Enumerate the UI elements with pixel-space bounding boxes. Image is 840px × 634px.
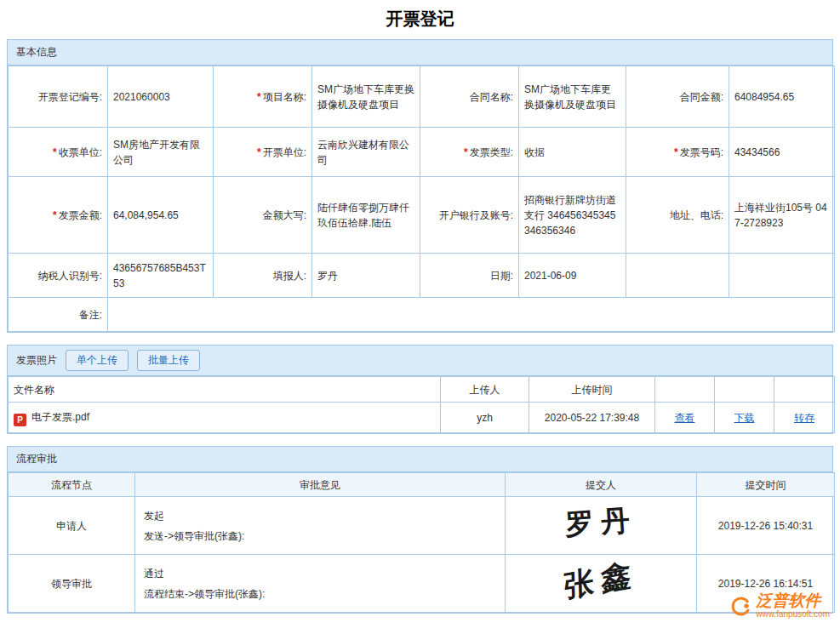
label-taxpayer-id: 纳税人识别号: — [9, 254, 108, 298]
basic-info-title: 基本信息 — [16, 45, 57, 60]
file-row: P电子发票.pdf yzh 2020-05-22 17:39:48 查看 下载 … — [9, 403, 835, 433]
label-empty — [626, 254, 729, 298]
approval-opinion: 发起 发送->领导审批(张鑫): — [135, 497, 506, 555]
label-invoice-amount: *发票金额: — [9, 177, 108, 254]
approval-node: 申请人 — [9, 497, 135, 555]
submitter-header: 提交人 — [506, 473, 697, 497]
required-asterisk: * — [257, 146, 261, 158]
value-address-phone: 上海祥业街105号 047-2728923 — [729, 177, 835, 254]
label-filler: 填报人: — [214, 254, 312, 298]
label-text: 合同名称: — [470, 91, 513, 103]
label-text: 纳税人识别号: — [38, 270, 102, 282]
label-contract-name: 合同名称: — [420, 66, 519, 128]
download-link[interactable]: 下载 — [734, 412, 755, 424]
opinion-header: 审批意见 — [135, 473, 506, 497]
basic-info-table: 开票登记编号: 2021060003 *项目名称: SM广场地下车库更换摄像机及… — [8, 66, 835, 332]
required-asterisk: * — [257, 91, 261, 103]
required-asterisk: * — [464, 146, 468, 158]
label-project-name: *项目名称: — [214, 66, 312, 128]
vendor-url: www.fanpusoft.com — [756, 609, 830, 619]
node-header: 流程节点 — [9, 473, 135, 497]
uploader-header: 上传人 — [441, 377, 529, 403]
action-header-3 — [774, 377, 835, 403]
pdf-file-icon: P — [14, 414, 26, 426]
label-payee-unit: *收票单位: — [9, 128, 108, 177]
label-text: 收票单位: — [59, 146, 102, 158]
submitter-signature: 罗丹 — [564, 512, 637, 533]
value-date: 2021-06-09 — [519, 254, 626, 298]
value-invoice-amount: 64,084,954.65 — [108, 177, 214, 254]
label-bank-account: 开户银行及账号: — [420, 177, 519, 254]
invoice-photos-header: 发票照片 单个上传 批量上传 — [8, 346, 832, 376]
label-text: 项目名称: — [263, 91, 306, 103]
submitter-signature: 张鑫 — [563, 566, 637, 594]
value-empty — [729, 254, 835, 298]
vendor-name: 泛普软件 — [756, 592, 830, 609]
file-table: 文件名称 上传人 上传时间 P电子发票.pdf yzh 2020-05-22 1… — [8, 376, 835, 433]
view-link[interactable]: 查看 — [675, 412, 695, 424]
invoice-photos-section: 发票照片 单个上传 批量上传 文件名称 上传人 上传时间 P电子发票.pdf y… — [7, 345, 833, 434]
label-text: 金额大写: — [263, 209, 306, 221]
value-payee-unit: SM房地产开发有限公司 — [108, 128, 214, 177]
label-text: 填报人: — [273, 270, 306, 282]
single-upload-button[interactable]: 单个上传 — [66, 350, 129, 371]
approval-row: 申请人 发起 发送->领导审批(张鑫): 罗丹 2019-12-26 15:40… — [9, 497, 835, 555]
batch-upload-button[interactable]: 批量上传 — [137, 350, 200, 371]
vendor-watermark: 泛普软件 www.fanpusoft.com — [729, 592, 830, 619]
label-text: 日期: — [490, 270, 513, 282]
value-contract-amount: 64084954.65 — [729, 66, 835, 128]
label-text: 发票金额: — [59, 209, 102, 221]
value-taxpayer-id: 43656757685B453T53 — [108, 254, 214, 298]
value-invoice-type: 收据 — [519, 128, 626, 177]
label-billing-unit: *开票单位: — [214, 128, 312, 177]
opinion-line-1: 通过 — [144, 563, 500, 584]
value-billing-unit: 云南欣兴建材有限公司 — [312, 128, 420, 177]
file-name-header: 文件名称 — [9, 377, 441, 403]
action-header-2 — [715, 377, 774, 403]
approval-node: 领导审批 — [9, 555, 135, 613]
action-header-1 — [655, 377, 715, 403]
label-text: 开票登记编号: — [38, 91, 102, 103]
file-uploader: yzh — [441, 403, 529, 433]
value-remark — [108, 298, 835, 332]
value-project-name: SM广场地下车库更换摄像机及硬盘项目 — [312, 66, 420, 128]
label-text: 地址、电话: — [670, 209, 723, 221]
label-text: 发票类型: — [470, 146, 513, 158]
basic-info-section: 基本信息 开票登记编号: 2021060003 *项目名称: SM广场地下车库更… — [7, 39, 833, 333]
label-text: 开票单位: — [263, 146, 306, 158]
label-invoice-no: *发票号码: — [626, 128, 729, 177]
value-invoice-reg-no: 2021060003 — [108, 66, 214, 128]
submit-time-header: 提交时间 — [697, 473, 835, 497]
label-amount-in-words: 金额大写: — [214, 177, 312, 254]
label-invoice-type: *发票类型: — [420, 128, 519, 177]
approval-title: 流程审批 — [16, 452, 57, 466]
file-upload-time: 2020-05-22 17:39:48 — [529, 403, 655, 433]
value-bank-account: 招商银行新牌坊街道支行 346456345345346356346 — [519, 177, 626, 254]
opinion-line-2: 发送->领导审批(张鑫): — [144, 526, 500, 546]
fanpu-logo-icon — [729, 595, 751, 617]
required-asterisk: * — [53, 146, 57, 158]
required-asterisk: * — [53, 209, 57, 221]
invoice-photos-title: 发票照片 — [16, 353, 57, 368]
value-amount-in-words: 陆仟肆佰零捌万肆仟玖佰伍拾肆.陆伍 — [312, 177, 420, 254]
label-invoice-reg-no: 开票登记编号: — [9, 66, 108, 128]
page-title: 开票登记 — [0, 0, 840, 39]
label-remark: 备注: — [9, 298, 108, 332]
value-filler: 罗丹 — [312, 254, 420, 298]
label-text: 开户银行及账号: — [439, 209, 513, 221]
approval-section: 流程审批 流程节点 审批意见 提交人 提交时间 申请人 发起 发送->领导审批(… — [7, 446, 833, 614]
label-contract-amount: 合同金额: — [626, 66, 729, 128]
basic-info-header: 基本信息 — [8, 40, 832, 66]
label-text: 备注: — [79, 309, 102, 321]
transfer-link[interactable]: 转存 — [794, 412, 814, 424]
file-name-cell: P电子发票.pdf — [9, 403, 441, 433]
label-address-phone: 地址、电话: — [626, 177, 729, 254]
label-text: 合同金额: — [680, 91, 723, 103]
opinion-line-2: 流程结束->领导审批(张鑫): — [144, 584, 500, 604]
value-invoice-no: 43434566 — [729, 128, 835, 177]
upload-time-header: 上传时间 — [529, 377, 655, 403]
label-date: 日期: — [420, 254, 519, 298]
approval-row: 领导审批 通过 流程结束->领导审批(张鑫): 张鑫 2019-12-26 16… — [9, 555, 835, 613]
file-name: 电子发票.pdf — [31, 411, 89, 423]
label-text: 发票号码: — [680, 146, 723, 158]
